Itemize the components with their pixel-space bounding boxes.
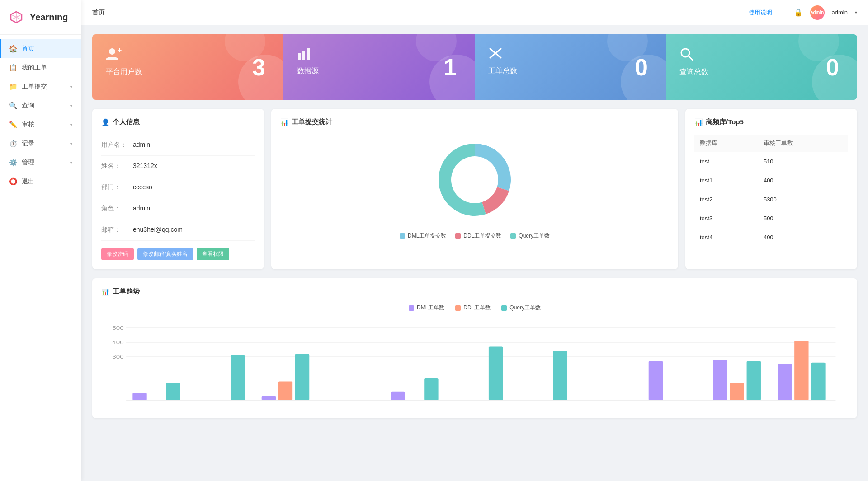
count-cell: 400 [758, 228, 848, 247]
trend-icon: 📊 [101, 288, 110, 296]
stat-label-queries: 查询总数 [679, 67, 844, 77]
sidebar-item-record[interactable]: ⏱️ 记录 ▾ [0, 134, 81, 153]
order-stats-card: 📊 工单提交统计 [271, 109, 678, 269]
role-label: 角色： [101, 205, 133, 213]
legend-label-query: Query工单数 [519, 232, 550, 240]
donut-container: DML工单提交数 DDL工单提交数 Query工单数 [280, 135, 669, 240]
stat-card-orders: 工单总数 0 [475, 34, 666, 100]
review-icon: ✏️ [9, 121, 17, 129]
sidebar-item-submit-order[interactable]: 📁 工单提交 ▾ [0, 77, 81, 96]
dashboard-row: 👤 个人信息 用户名： admin 姓名： 321312x 部门： ccccso… [92, 109, 857, 269]
name-row: 姓名： 321312x [101, 156, 255, 177]
bar-segment [730, 383, 744, 400]
username-value: admin [133, 141, 150, 149]
person-icon: 👤 [101, 118, 110, 126]
bar-segment [295, 354, 309, 400]
sidebar-item-logout[interactable]: ⭕ 退出 [0, 172, 81, 191]
svg-line-9 [689, 56, 693, 60]
stat-label-datasource: 数据源 [297, 66, 461, 76]
dept-row: 部门： ccccso [101, 177, 255, 198]
sidebar-item-home[interactable]: 🏠 首页 [0, 39, 81, 58]
bar-chart: 500400300 [101, 319, 848, 409]
legend-dot-ddl [455, 233, 461, 239]
db-cell: test2 [694, 190, 758, 209]
svg-text:300: 300 [112, 354, 123, 360]
name-value: 321312x [133, 162, 157, 170]
record-icon: ⏱️ [9, 140, 17, 148]
svg-point-1 [109, 48, 115, 55]
my-orders-icon: 📋 [9, 64, 17, 72]
personal-info-title: 👤 个人信息 [101, 118, 255, 126]
sidebar-item-query-label: 查询 [22, 102, 34, 110]
trend-dot-query [501, 305, 507, 311]
role-value: admin [133, 205, 150, 213]
stat-card-users: + 平台用户数 3 [92, 34, 283, 100]
sidebar-item-my-orders[interactable]: 📋 我的工单 [0, 58, 81, 77]
sidebar-item-manage[interactable]: ⚙️ 管理 ▾ [0, 153, 81, 172]
personal-info-card: 👤 个人信息 用户名： admin 姓名： 321312x 部门： ccccso… [92, 109, 264, 269]
bar-segment [424, 378, 438, 400]
usage-link[interactable]: 使用说明 [749, 9, 772, 17]
bar-segment [278, 381, 292, 400]
db-cell: test [694, 152, 758, 171]
bar-segment [553, 351, 567, 400]
dept-label: 部门： [101, 183, 133, 191]
stat-label-orders: 工单总数 [488, 66, 652, 76]
table-row: test25300 [694, 190, 848, 209]
submit-order-icon: 📁 [9, 83, 17, 91]
breadcrumb: 首页 [92, 9, 105, 17]
avatar[interactable]: admin [810, 5, 825, 20]
home-icon: 🏠 [9, 45, 17, 53]
record-arrow: ▾ [70, 141, 72, 146]
fullscreen-icon[interactable]: ⛶ [779, 9, 787, 17]
bar-segment [391, 392, 405, 400]
brand-name: Yearning [30, 12, 68, 23]
stat-card-datasource: 数据源 1 [283, 34, 475, 100]
legend-label-dml: DML工单提交数 [408, 232, 446, 240]
user-name-label[interactable]: admin [832, 9, 848, 16]
count-cell: 510 [758, 152, 848, 171]
logo-icon [7, 8, 25, 26]
bar-segment [747, 361, 761, 400]
sidebar: Yearning 🏠 首页 📋 我的工单 📁 工单提交 ▾ 🔍 查询 ▾ ✏️ … [0, 0, 81, 481]
col-db-header: 数据库 [694, 135, 758, 152]
sidebar-item-logout-label: 退出 [22, 177, 34, 186]
sidebar-item-my-orders-label: 我的工单 [22, 64, 47, 72]
sidebar-item-review[interactable]: ✏️ 审核 ▾ [0, 115, 81, 134]
count-cell: 400 [758, 171, 848, 190]
count-cell: 5300 [758, 190, 848, 209]
count-cell: 500 [758, 209, 848, 228]
change-password-button[interactable]: 修改密码 [101, 248, 134, 260]
name-label: 姓名： [101, 162, 133, 170]
db-cell: test4 [694, 228, 758, 247]
donut-legend: DML工单提交数 DDL工单提交数 Query工单数 [400, 232, 550, 240]
email-label: 邮箱： [101, 226, 133, 234]
svg-text:400: 400 [112, 340, 123, 345]
view-permission-button[interactable]: 查看权限 [197, 248, 229, 260]
trend-label-query: Query工单数 [509, 304, 541, 312]
sidebar-item-query[interactable]: 🔍 查询 ▾ [0, 96, 81, 115]
username-label: 用户名： [101, 141, 133, 149]
stat-value-users: 3 [252, 54, 265, 81]
legend-query: Query工单数 [510, 232, 550, 240]
bar-segment [231, 355, 245, 400]
table-row: test510 [694, 152, 848, 171]
user-menu-chevron[interactable]: ▾ [855, 10, 857, 15]
bar-segment [811, 363, 825, 400]
legend-dml: DML工单提交数 [400, 232, 446, 240]
dept-value: ccccso [133, 183, 152, 191]
stats-grid: + 平台用户数 3 数据源 1 [92, 34, 857, 100]
content-area: + 平台用户数 3 数据源 1 [81, 25, 868, 481]
change-email-button[interactable]: 修改邮箱/真实姓名 [137, 248, 193, 260]
svg-text:500: 500 [112, 325, 123, 331]
trend-label-dml: DML工单数 [417, 304, 444, 312]
bar-chart-area: 500400300 [101, 319, 848, 409]
header: 首页 使用说明 ⛶ 🔒 admin admin ▾ [81, 0, 868, 25]
table-row: test4400 [694, 228, 848, 247]
legend-dot-dml [400, 233, 405, 239]
lock-icon[interactable]: 🔒 [794, 8, 803, 17]
avatar-text: admin [811, 10, 824, 15]
svg-rect-5 [307, 48, 310, 60]
legend-label-ddl: DDL工单提交数 [463, 232, 501, 240]
sidebar-nav: 🏠 首页 📋 我的工单 📁 工单提交 ▾ 🔍 查询 ▾ ✏️ 审核 ▾ ⏱️ 记… [0, 35, 81, 481]
